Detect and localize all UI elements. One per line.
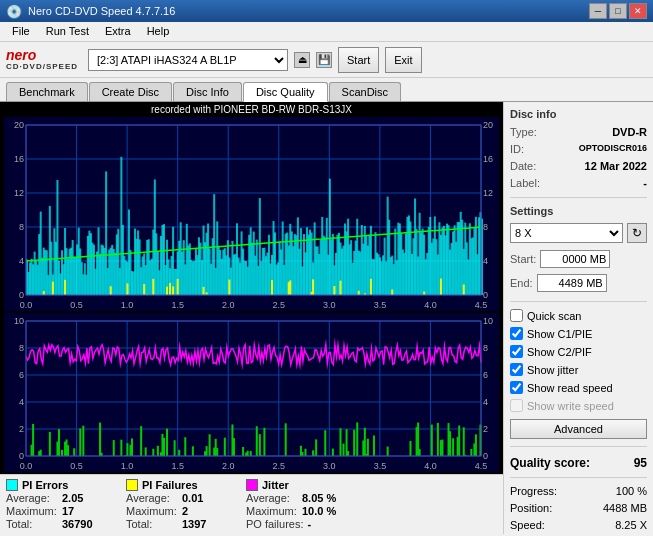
position-label: Position: [510, 502, 552, 514]
show-write-speed-label: Show write speed [527, 400, 614, 412]
show-read-speed-row: Show read speed [510, 381, 647, 394]
pif-avg-key: Average: [126, 492, 178, 504]
jitter-color [246, 479, 258, 491]
disc-date-value: 12 Mar 2022 [585, 160, 647, 172]
nero-logo-top: nero [6, 48, 36, 62]
toolbar: nero CD·DVD/SPEED [2:3] ATAPI iHAS324 A … [0, 42, 653, 78]
pif-max-val: 2 [182, 505, 188, 517]
pif-avg-val: 0.01 [182, 492, 203, 504]
quality-score-label: Quality score: [510, 456, 590, 470]
speed-row-progress: Speed: 8.25 X [510, 519, 647, 531]
speed-value: 8.25 X [615, 519, 647, 531]
jitter-stats: Jitter Average: 8.05 % Maximum: 10.0 % P… [246, 479, 346, 530]
menu-run-test[interactable]: Run Test [38, 24, 97, 39]
show-write-speed-row: Show write speed [510, 399, 647, 412]
menu-file[interactable]: File [4, 24, 38, 39]
speed-label: Speed: [510, 519, 545, 531]
jitter-max-val: 10.0 % [302, 505, 336, 517]
tab-benchmark[interactable]: Benchmark [6, 82, 88, 101]
jitter-po-key: PO failures: [246, 518, 303, 530]
disc-type-row: Type: DVD-R [510, 126, 647, 138]
show-c1-label: Show C1/PIE [527, 328, 592, 340]
quality-score-row: Quality score: 95 [510, 456, 647, 470]
quality-score-value: 95 [634, 456, 647, 470]
show-c2-checkbox[interactable] [510, 345, 523, 358]
pif-total-val: 1397 [182, 518, 206, 530]
pi-total-val: 36790 [62, 518, 93, 530]
disc-type-label: Type: [510, 126, 537, 138]
quick-scan-row: Quick scan [510, 309, 647, 322]
eject-icon[interactable]: ⏏ [294, 52, 310, 68]
pi-total-key: Total: [6, 518, 58, 530]
menu-extra[interactable]: Extra [97, 24, 139, 39]
menu-help[interactable]: Help [139, 24, 178, 39]
pi-max-key: Maximum: [6, 505, 58, 517]
start-label: Start: [510, 253, 536, 265]
stats-bar: PI Errors Average: 2.05 Maximum: 17 Tota… [0, 474, 503, 534]
save-icon[interactable]: 💾 [316, 52, 332, 68]
jitter-max-key: Maximum: [246, 505, 298, 517]
start-input[interactable] [540, 250, 610, 268]
speed-row: 8 X Max 1 X 2 X 4 X 16 X ↻ [510, 223, 647, 243]
disc-label-label: Label: [510, 177, 540, 189]
tab-create-disc[interactable]: Create Disc [89, 82, 172, 101]
speed-select[interactable]: 8 X Max 1 X 2 X 4 X 16 X [510, 223, 623, 243]
end-row: End: [510, 274, 647, 292]
pif-max-key: Maximum: [126, 505, 178, 517]
title-bar-left: 💿 Nero CD-DVD Speed 4.7.7.16 [6, 4, 175, 19]
disc-id-row: ID: OPTODISCR016 [510, 143, 647, 155]
top-chart [4, 117, 499, 311]
progress-label: Progress: [510, 485, 557, 497]
exit-button[interactable]: Exit [385, 47, 421, 73]
pi-errors-color [6, 479, 18, 491]
divider-3 [510, 446, 647, 447]
divider-2 [510, 301, 647, 302]
divider-1 [510, 197, 647, 198]
pi-avg-val: 2.05 [62, 492, 83, 504]
show-c2-label: Show C2/PIF [527, 346, 592, 358]
pi-failures-color [126, 479, 138, 491]
quick-scan-checkbox[interactable] [510, 309, 523, 322]
pi-max-val: 17 [62, 505, 74, 517]
settings-title: Settings [510, 205, 647, 217]
maximize-button[interactable]: □ [609, 3, 627, 19]
jitter-avg-key: Average: [246, 492, 298, 504]
quick-scan-label: Quick scan [527, 310, 581, 322]
show-c1-checkbox[interactable] [510, 327, 523, 340]
disc-id-value: OPTODISCR016 [579, 143, 647, 155]
refresh-button[interactable]: ↻ [627, 223, 647, 243]
disc-label-value: - [643, 177, 647, 189]
show-read-speed-checkbox[interactable] [510, 381, 523, 394]
advanced-button[interactable]: Advanced [510, 419, 647, 439]
show-read-speed-label: Show read speed [527, 382, 613, 394]
show-c2-row: Show C2/PIF [510, 345, 647, 358]
nero-logo: nero CD·DVD/SPEED [6, 48, 78, 71]
disc-id-label: ID: [510, 143, 524, 155]
bottom-chart [4, 313, 499, 472]
pif-total-key: Total: [126, 518, 178, 530]
tab-scan-disc[interactable]: ScanDisc [329, 82, 401, 101]
menu-bar: File Run Test Extra Help [0, 22, 653, 42]
app-icon: 💿 [6, 4, 22, 19]
disc-label-row: Label: - [510, 177, 647, 189]
position-row: Position: 4488 MB [510, 502, 647, 514]
progress-row: Progress: 100 % [510, 485, 647, 497]
disc-date-row: Date: 12 Mar 2022 [510, 160, 647, 172]
drive-select[interactable]: [2:3] ATAPI iHAS324 A BL1P [88, 49, 288, 71]
minimize-button[interactable]: ─ [589, 3, 607, 19]
tab-disc-quality[interactable]: Disc Quality [243, 82, 328, 102]
tabs: Benchmark Create Disc Disc Info Disc Qua… [0, 78, 653, 102]
end-label: End: [510, 277, 533, 289]
pi-avg-key: Average: [6, 492, 58, 504]
show-write-speed-checkbox [510, 399, 523, 412]
start-row: Start: [510, 250, 647, 268]
tab-disc-info[interactable]: Disc Info [173, 82, 242, 101]
end-input[interactable] [537, 274, 607, 292]
nero-logo-bottom: CD·DVD/SPEED [6, 62, 78, 71]
chart-title: recorded with PIONEER BD-RW BDR-S13JX [0, 102, 503, 117]
start-button[interactable]: Start [338, 47, 379, 73]
show-jitter-checkbox[interactable] [510, 363, 523, 376]
close-button[interactable]: ✕ [629, 3, 647, 19]
pi-failures-label: PI Failures [142, 479, 198, 491]
disc-type-value: DVD-R [612, 126, 647, 138]
